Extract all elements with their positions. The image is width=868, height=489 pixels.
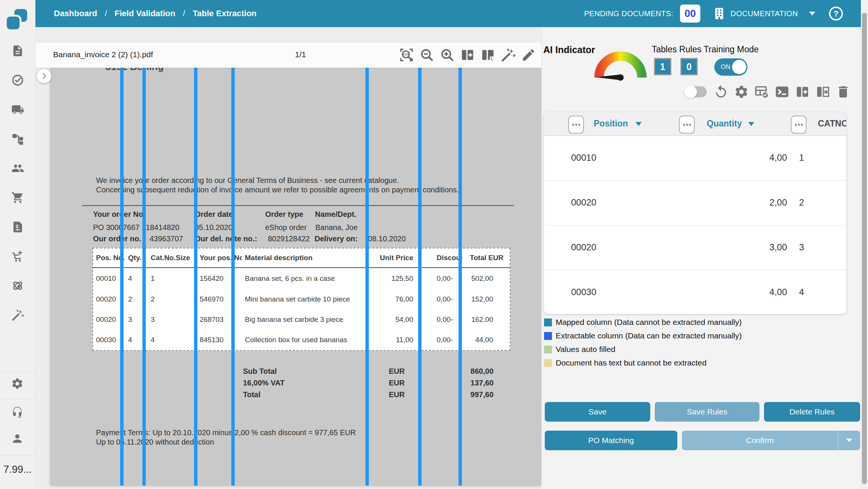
total-label: 16,00% VAT — [243, 379, 284, 387]
extracted-table-header: Position Quantity CATNOS — [544, 112, 846, 136]
collapse-panel-handle[interactable] — [37, 69, 51, 83]
add-column-icon[interactable] — [460, 47, 475, 62]
confirm-button[interactable]: Confirm — [682, 431, 860, 450]
users-icon[interactable] — [11, 162, 24, 175]
legend-swatch-autofilled — [544, 346, 552, 353]
remove-column-icon[interactable] — [815, 84, 830, 99]
trash-icon[interactable] — [836, 84, 851, 99]
table-rules-icon[interactable] — [754, 84, 769, 99]
sidebar-divider — [0, 371, 35, 372]
table-column-line[interactable] — [120, 68, 124, 486]
cell-position[interactable]: 00030 — [571, 287, 596, 297]
headset-icon[interactable] — [11, 406, 24, 419]
gear-icon[interactable] — [734, 84, 749, 99]
breadcrumb-table-extraction[interactable]: Table Extraction — [193, 9, 257, 18]
pending-documents-label: PENDING DOCUMENTS: — [584, 9, 674, 18]
cell: 268703 — [197, 309, 242, 330]
cell: 0,00- — [421, 268, 462, 289]
legend-item: Mapped column (Data cannot be extracted … — [544, 318, 742, 327]
invoice-table-row: 0002033268703Big banana set carbide 3 pi… — [93, 309, 510, 330]
panel-toggle[interactable] — [685, 86, 707, 97]
order-info-header: Name/Dept. — [315, 210, 356, 219]
column-menu-button[interactable] — [568, 116, 584, 134]
edit-pencil-icon[interactable] — [521, 47, 536, 62]
sidebar: 7.99... — [0, 0, 35, 489]
column-menu-button[interactable] — [679, 116, 695, 134]
document-icon[interactable] — [11, 44, 24, 57]
cell-position[interactable]: 00020 — [571, 197, 596, 208]
cell: Collection box for used bananas — [242, 330, 368, 350]
cell-catnos[interactable]: 3 — [799, 242, 804, 253]
cell-position[interactable]: 00020 — [571, 242, 596, 253]
pending-documents-count: 00 — [680, 5, 700, 23]
delete-rules-button[interactable]: Delete Rules — [764, 402, 860, 422]
cell-catnos[interactable]: 1 — [799, 152, 804, 163]
truck-icon[interactable] — [11, 103, 24, 116]
ai-confidence-gauge — [594, 48, 647, 83]
cell-catnos[interactable]: 4 — [799, 287, 804, 297]
table-column-line[interactable] — [194, 68, 197, 486]
invoice-col-header: Cat.No.Size — [148, 248, 197, 268]
extraction-panel: AI Indicator Tables Rules Training Mode … — [541, 27, 862, 489]
table-column-line[interactable] — [231, 68, 235, 486]
invoice-dollar-icon[interactable] — [11, 221, 24, 233]
cell: Mini banana set carbide 10 piece — [242, 289, 368, 309]
rules-count-badge: 1 — [654, 58, 671, 75]
save-rules-button[interactable]: Save Rules — [655, 402, 760, 422]
chevron-down-icon[interactable] — [636, 122, 642, 129]
add-column-icon[interactable] — [795, 84, 810, 99]
order-info-value: 43963707 — [150, 235, 183, 243]
invoice-line-items-table: Pos. No. Qty. Cat.No.Size Your pos. No. … — [92, 248, 510, 351]
scrollbar-thumb[interactable] — [862, 13, 867, 484]
column-header-catnos[interactable]: CATNOS — [818, 119, 846, 129]
table-column-line[interactable] — [458, 68, 462, 486]
cell: 546970 — [197, 289, 242, 309]
legend-item: Values auto filled — [544, 345, 742, 354]
page-scrollbar[interactable] — [861, 0, 868, 489]
zoom-in-icon[interactable] — [440, 47, 455, 62]
cell-position[interactable]: 00010 — [571, 152, 596, 163]
settings-gear-icon[interactable] — [11, 377, 24, 390]
cell-quantity[interactable]: 4,00 — [769, 287, 787, 297]
integrations-icon[interactable] — [11, 279, 24, 292]
documentation-menu[interactable]: DOCUMENTATION — [712, 7, 815, 20]
check-circle-icon[interactable] — [11, 74, 24, 87]
undo-icon[interactable] — [714, 84, 729, 99]
legend-swatch-extractable — [544, 332, 552, 340]
table-column-line[interactable] — [418, 68, 422, 486]
cell-quantity[interactable]: 2,00 — [769, 197, 787, 208]
user-icon[interactable] — [11, 432, 24, 445]
workflow-icon[interactable] — [11, 133, 24, 145]
cell-quantity[interactable]: 3,00 — [769, 242, 787, 253]
auto-detect-wand-icon[interactable] — [501, 47, 516, 62]
column-menu-button[interactable] — [791, 116, 807, 134]
column-options-icon[interactable] — [480, 47, 495, 62]
cart-icon[interactable] — [11, 191, 24, 204]
column-header-quantity[interactable]: Quantity — [707, 119, 742, 129]
confirm-dropdown[interactable] — [838, 431, 860, 450]
cart-plus-icon[interactable] — [11, 250, 24, 263]
app-logo[interactable] — [7, 9, 29, 31]
zoom-out-icon[interactable] — [419, 47, 434, 62]
breadcrumb-field-validation[interactable]: Field Validation — [115, 9, 175, 18]
table-row: 00020 2,00 2 — [544, 181, 846, 225]
cell-quantity[interactable]: 4,00 — [769, 152, 787, 163]
order-info-value: Banana, Joe — [315, 223, 358, 232]
column-header-position[interactable]: Position — [594, 119, 628, 129]
chevron-down-icon[interactable] — [809, 12, 815, 18]
table-column-line[interactable] — [142, 68, 146, 486]
training-mode-toggle[interactable]: ON — [714, 58, 747, 76]
po-matching-button[interactable]: PO Matching — [545, 431, 677, 450]
magic-wand-icon[interactable] — [11, 309, 24, 321]
cell-catnos[interactable]: 2 — [799, 197, 804, 208]
help-icon[interactable] — [828, 6, 844, 21]
console-icon[interactable] — [775, 84, 790, 99]
table-column-line[interactable] — [365, 68, 369, 486]
pdf-document-canvas[interactable]: 3152 Berling We invoice your order accor… — [50, 68, 541, 486]
ocr-icon[interactable] — [399, 47, 414, 62]
app-root: Dashboard / Field Validation / Table Ext… — [0, 0, 868, 489]
save-button[interactable]: Save — [545, 402, 650, 422]
legend-text: Values auto filled — [556, 345, 615, 354]
chevron-down-icon[interactable] — [748, 122, 754, 129]
breadcrumb-dashboard[interactable]: Dashboard — [54, 9, 97, 18]
